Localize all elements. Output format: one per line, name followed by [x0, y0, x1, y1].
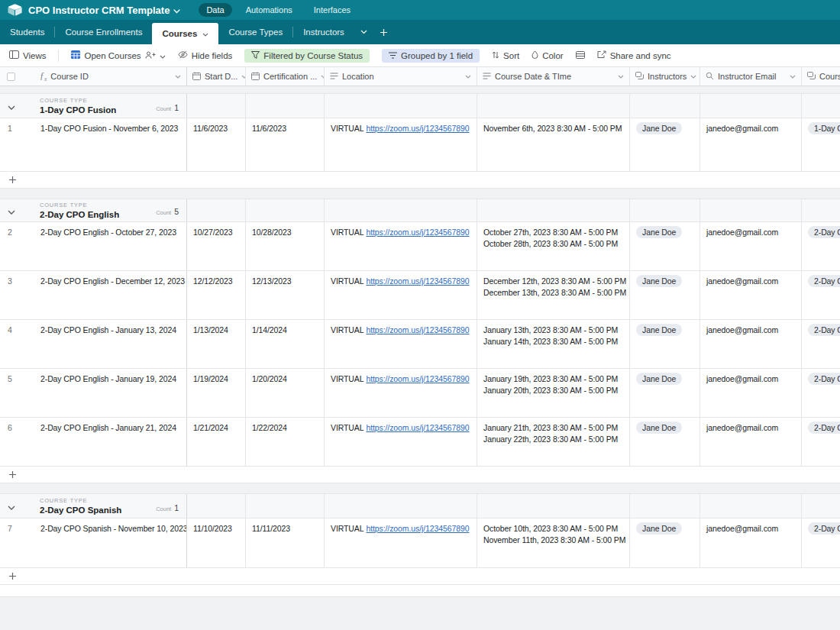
group-button[interactable]: Grouped by 1 field	[382, 49, 480, 63]
zoom-link[interactable]: https://zoom.us/j/1234567890	[366, 524, 469, 533]
cell-course-type[interactable]: 2-Day CPO Spanish	[802, 519, 840, 567]
cell-instructors[interactable]: Jane Doe	[630, 320, 700, 368]
nav-data[interactable]: Data	[199, 3, 231, 17]
row-height-button[interactable]	[576, 51, 585, 60]
tab-courses[interactable]: Courses	[152, 23, 218, 44]
cell-instructors[interactable]: Jane Doe	[630, 519, 700, 567]
chevron-down-icon[interactable]	[790, 75, 796, 79]
cell-instructors[interactable]: Jane Doe	[630, 271, 700, 319]
cell-course-id[interactable]: 2-Day CPO English - January 21, 2024	[34, 418, 187, 466]
cell-location[interactable]: VIRTUALhttps://zoom.us/j/1234567890	[325, 271, 477, 319]
row-number[interactable]: 6	[0, 418, 34, 466]
collapse-chevron-icon[interactable]	[8, 499, 15, 513]
row-number[interactable]: 4	[0, 320, 34, 368]
cell-start-date[interactable]: 11/6/2023	[187, 118, 246, 171]
cell-certification-date[interactable]: 1/22/2024	[246, 418, 325, 466]
cell-course-id[interactable]: 2-Day CPO English - January 13, 2024	[34, 320, 187, 368]
chevron-down-icon[interactable]	[618, 75, 624, 79]
column-header-start-date[interactable]: Start D...	[187, 67, 246, 86]
view-switcher[interactable]: Open Courses	[71, 50, 165, 60]
cell-start-date[interactable]: 10/27/2023	[187, 222, 246, 270]
hide-fields-button[interactable]: Hide fields	[178, 50, 233, 60]
zoom-link[interactable]: https://zoom.us/j/1234567890	[366, 423, 469, 432]
row-number[interactable]: 7	[0, 519, 34, 567]
zoom-link[interactable]: https://zoom.us/j/1234567890	[366, 325, 469, 334]
views-toggle-button[interactable]: Views	[9, 50, 46, 60]
cell-certification-date[interactable]: 12/13/2023	[246, 271, 325, 319]
cell-instructor-email[interactable]: janedoe@gmail.com	[700, 519, 802, 567]
tab-students[interactable]: Students	[0, 20, 54, 44]
cell-certification-date[interactable]: 1/14/2024	[246, 320, 325, 368]
cell-start-date[interactable]: 1/13/2024	[187, 320, 246, 368]
tabs-expand-chevron-icon[interactable]	[354, 20, 373, 44]
chevron-down-icon[interactable]	[690, 75, 696, 79]
sort-button[interactable]: Sort	[492, 51, 519, 60]
cell-course-id[interactable]: 2-Day CPO Spanish - November 10, 2023	[34, 519, 187, 567]
cell-start-date[interactable]: 12/12/2023	[187, 271, 246, 319]
cell-instructors[interactable]: Jane Doe	[630, 222, 700, 270]
chevron-down-icon[interactable]	[465, 75, 471, 79]
select-all-checkbox[interactable]	[7, 73, 15, 81]
cell-course-id[interactable]: 2-Day CPO English - December 12, 2023	[34, 271, 187, 319]
cell-course-id[interactable]: 2-Day CPO English - October 27, 2023	[34, 222, 187, 270]
cell-certification-date[interactable]: 11/6/2023	[246, 118, 325, 171]
nav-automations[interactable]: Automations	[238, 3, 300, 17]
cell-instructor-email[interactable]: janedoe@gmail.com	[700, 222, 802, 270]
cell-course-datetime[interactable]: October 10th, 2023 8:30 AM - 5:00 PMNove…	[477, 519, 630, 567]
cell-location[interactable]: VIRTUALhttps://zoom.us/j/1234567890	[325, 118, 477, 171]
column-header-instructors[interactable]: Instructors	[630, 67, 700, 86]
collapse-chevron-icon[interactable]	[8, 99, 15, 113]
cell-location[interactable]: VIRTUALhttps://zoom.us/j/1234567890	[325, 320, 477, 368]
cell-certification-date[interactable]: 11/11/2023	[246, 519, 325, 567]
collapse-chevron-icon[interactable]	[8, 204, 15, 218]
cell-start-date[interactable]: 1/19/2024	[187, 369, 246, 417]
nav-interfaces[interactable]: Interfaces	[306, 3, 358, 17]
column-header-certification-date[interactable]: Certification ...	[246, 67, 325, 86]
tab-course-types[interactable]: Course Types	[218, 20, 292, 44]
cell-certification-date[interactable]: 10/28/2023	[246, 222, 325, 270]
cell-course-type[interactable]: 1-Day CPO Fusion	[802, 118, 840, 171]
cell-start-date[interactable]: 1/21/2024	[187, 418, 246, 466]
cell-course-datetime[interactable]: November 6th, 2023 8:30 AM - 5:00 PM	[477, 118, 630, 171]
tab-course-enrollments[interactable]: Course Enrollments	[55, 20, 152, 44]
add-record-row[interactable]	[0, 467, 840, 483]
cell-course-type[interactable]: 2-Day CPO English	[802, 320, 840, 368]
column-header-location[interactable]: Location	[325, 67, 477, 86]
chevron-down-icon[interactable]	[175, 75, 181, 79]
cell-certification-date[interactable]: 1/20/2024	[246, 369, 325, 417]
cell-instructor-email[interactable]: janedoe@gmail.com	[700, 118, 802, 171]
column-header-course[interactable]: Course	[802, 67, 840, 86]
cell-course-datetime[interactable]: January 13th, 2023 8:30 AM - 5:00 PMJanu…	[477, 320, 630, 368]
share-button[interactable]: Share and sync	[597, 50, 671, 60]
cell-location[interactable]: VIRTUALhttps://zoom.us/j/1234567890	[325, 222, 477, 270]
add-record-row[interactable]	[0, 172, 840, 189]
cell-instructor-email[interactable]: janedoe@gmail.com	[700, 369, 802, 417]
column-header-course-id[interactable]: ƒx Course ID	[34, 67, 187, 86]
cell-course-id[interactable]: 2-Day CPO English - January 19, 2024	[34, 369, 187, 417]
cell-course-datetime[interactable]: January 19th, 2023 8:30 AM - 5:00 PMJanu…	[477, 369, 630, 417]
add-table-button[interactable]	[373, 20, 394, 44]
zoom-link[interactable]: https://zoom.us/j/1234567890	[366, 374, 469, 383]
zoom-link[interactable]: https://zoom.us/j/1234567890	[366, 228, 469, 237]
cell-course-datetime[interactable]: October 27th, 2023 8:30 AM - 5:00 PMOcto…	[477, 222, 630, 270]
cell-location[interactable]: VIRTUALhttps://zoom.us/j/1234567890	[325, 418, 477, 466]
cell-course-type[interactable]: 2-Day CPO English	[802, 418, 840, 466]
base-title[interactable]: CPO Instructor CRM Template	[28, 5, 180, 16]
row-number[interactable]: 2	[0, 222, 34, 270]
cell-course-datetime[interactable]: December 12th, 2023 8:30 AM - 5:00 PMDec…	[477, 271, 630, 319]
cell-course-type[interactable]: 2-Day CPO English	[802, 222, 840, 270]
cell-location[interactable]: VIRTUALhttps://zoom.us/j/1234567890	[325, 519, 477, 567]
filter-button[interactable]: Filtered by Course Status	[244, 49, 370, 63]
cell-instructor-email[interactable]: janedoe@gmail.com	[700, 320, 802, 368]
cell-location[interactable]: VIRTUALhttps://zoom.us/j/1234567890	[325, 369, 477, 417]
add-record-row[interactable]	[0, 568, 840, 585]
airtable-logo-icon[interactable]	[8, 4, 22, 16]
cell-instructors[interactable]: Jane Doe	[630, 369, 700, 417]
zoom-link[interactable]: https://zoom.us/j/1234567890	[366, 124, 469, 133]
color-button[interactable]: Color	[531, 50, 563, 60]
cell-instructor-email[interactable]: janedoe@gmail.com	[700, 271, 802, 319]
cell-course-type[interactable]: 2-Day CPO English	[802, 271, 840, 319]
row-number[interactable]: 1	[0, 118, 34, 171]
zoom-link[interactable]: https://zoom.us/j/1234567890	[366, 276, 469, 286]
cell-course-id[interactable]: 1-Day CPO Fusion - November 6, 2023	[34, 118, 187, 171]
